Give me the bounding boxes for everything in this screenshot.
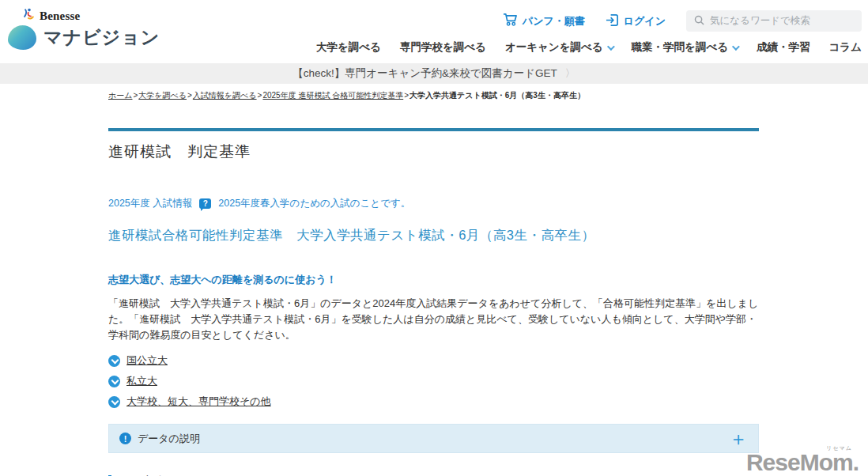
nav-label: 成績・学習 [757, 40, 810, 55]
nav-item-universities[interactable]: 大学を調べる [316, 40, 381, 55]
breadcrumb-link-exam-info[interactable]: 入試情報を調べる [193, 91, 257, 100]
promo-banner-text: 【check!】専門オーキャン予約&来校で図書カードGET [292, 66, 557, 81]
data-explanation-label: データの説明 [138, 432, 200, 446]
nav-label: 専門学校を調べる [400, 40, 486, 55]
anchor-link-label[interactable]: 私立大 [126, 374, 157, 388]
anchor-link-private[interactable]: 私立大 [108, 374, 759, 388]
lead-text: 志望大選び、志望大への距離を測るのに使おう！ [108, 273, 759, 287]
resemom-logo-text: ReseMom. [746, 449, 859, 475]
breadcrumb-link-criteria-2025[interactable]: 2025年度 進研模試 合格可能性判定基準 [262, 91, 403, 100]
nav-label: コラム [829, 40, 862, 55]
breadcrumb-separator: > [187, 91, 192, 100]
main-nav: 大学を調べる 専門学校を調べる オーキャンを調べる 職業・学問を調べる 成績・学… [316, 40, 862, 55]
manavision-logo-text: マナビジョン [43, 25, 160, 50]
search-icon [694, 14, 704, 28]
chevron-down-icon [607, 43, 615, 51]
login-icon [606, 13, 619, 29]
exclamation-icon: ! [119, 433, 131, 444]
breadcrumb-link-universities[interactable]: 大学を調べる [138, 91, 187, 100]
chevron-down-icon [732, 43, 740, 51]
nav-item-vocational-schools[interactable]: 専門学校を調べる [400, 40, 486, 55]
circle-chevron-down-icon [108, 376, 120, 387]
breadcrumb-link-home[interactable]: ホーム [108, 91, 132, 100]
description-paragraph: 「進研模試 大学入学共通テスト模試・6月」のデータと2024年度入試結果データを… [108, 296, 759, 343]
pamphlet-request-button[interactable]: パンフ・願書 [503, 13, 585, 29]
breadcrumb: ホーム>大学を調べる>入試情報を調べる>2025年度 進研模試 合格可能性判定基… [108, 90, 868, 101]
expand-plus-icon[interactable]: ＋ [729, 429, 748, 448]
help-tooltip-icon[interactable]: ? [199, 198, 211, 209]
exam-year-label: 2025年度 入試情報 [108, 197, 192, 210]
anchor-link-colleges-other[interactable]: 大学校、短大、専門学校その他 [108, 395, 759, 409]
login-label: ログイン [624, 14, 666, 28]
cart-icon [503, 13, 518, 29]
nav-label: 職業・学問を調べる [632, 40, 728, 55]
circle-chevron-down-icon [108, 396, 120, 408]
pamphlet-request-label: パンフ・願書 [523, 14, 585, 28]
chevron-right-icon: 〉 [565, 66, 576, 81]
nav-label: オーキャンを調べる [505, 40, 603, 55]
search-input[interactable]: 気になるワードで検索 [686, 10, 862, 32]
nav-item-column[interactable]: コラム [829, 40, 862, 55]
login-button[interactable]: ログイン [606, 13, 666, 29]
resemom-watermark: リセマム ReseMom. [746, 445, 859, 474]
breadcrumb-current: 大学入学共通テスト模試・6月（高3生・高卒生） [409, 91, 585, 100]
benesse-logo[interactable]: Benesse [22, 7, 80, 25]
data-explanation-accordion[interactable]: ! データの説明 ＋ [108, 424, 759, 453]
nav-label: 大学を調べる [316, 40, 381, 55]
nav-item-grades-learning[interactable]: 成績・学習 [757, 40, 810, 55]
title-top-rule [108, 128, 759, 131]
search-placeholder: 気になるワードで検索 [710, 14, 810, 28]
header-utilities: パンフ・願書 ログイン 気になるワードで検索 [503, 10, 862, 32]
exam-year-note: 2025年度春入学のための入試のことです。 [218, 197, 410, 210]
main-content: 進研模試 判定基準 2025年度 入試情報 ? 2025年度春入学のための入試の… [108, 128, 759, 476]
benesse-mark-icon [22, 7, 36, 25]
page-title: 進研模試 判定基準 [108, 142, 759, 162]
criteria-heading: 進研模試合格可能性判定基準 大学入学共通テスト模試・6月（高3生・高卒生） [108, 227, 759, 244]
exam-year-info-row: 2025年度 入試情報 ? 2025年度春入学のための入試のことです。 [108, 197, 759, 210]
promo-banner[interactable]: 【check!】専門オーキャン予約&来校で図書カードGET 〉 [0, 63, 868, 84]
anchor-link-national-public[interactable]: 国公立大 [108, 353, 759, 368]
manavision-blob-icon [8, 25, 36, 50]
nav-item-open-campus[interactable]: オーキャンを調べる [505, 40, 613, 55]
breadcrumb-separator: > [133, 91, 138, 100]
breadcrumb-separator: > [258, 91, 262, 100]
anchor-link-label[interactable]: 国公立大 [126, 353, 168, 368]
nav-item-careers-studies[interactable]: 職業・学問を調べる [632, 40, 738, 55]
site-header: Benesse マナビジョン パンフ・願書 ログイン [0, 0, 868, 63]
data-explanation-header: ! データの説明 [119, 432, 729, 446]
circle-chevron-down-icon [108, 355, 120, 367]
manavision-logo[interactable]: マナビジョン [8, 25, 160, 50]
breadcrumb-separator: > [404, 91, 409, 100]
benesse-logo-text: Benesse [40, 9, 80, 23]
anchor-link-list: 国公立大 私立大 大学校、短大、専門学校その他 [108, 353, 759, 409]
anchor-link-label[interactable]: 大学校、短大、専門学校その他 [126, 395, 271, 409]
